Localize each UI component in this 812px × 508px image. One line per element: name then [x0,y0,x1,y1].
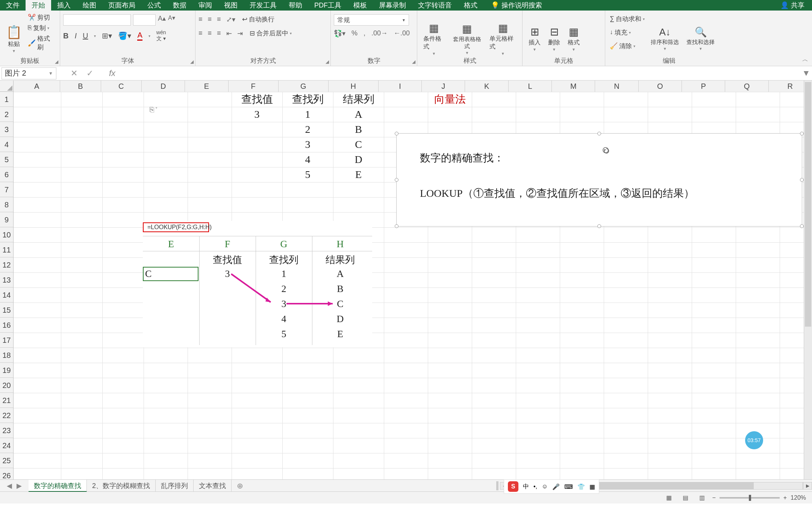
fill-color-button[interactable]: 🪣▾ [118,31,131,40]
align-center-icon[interactable]: ≡ [208,29,212,37]
resize-handle-e[interactable] [800,178,804,182]
sogou-icon[interactable]: S [508,481,518,492]
name-box[interactable]: 图片 2 ▼ [2,67,56,79]
decrease-font-icon[interactable]: A▾ [168,14,175,26]
tab-review[interactable]: 审阅 [192,0,218,11]
increase-decimal-icon[interactable]: .00→ [371,29,388,38]
ime-keyboard-icon[interactable]: ⌨ [564,483,573,490]
font-dialog-icon[interactable]: ◢ [190,59,194,64]
col-header-C[interactable]: C [101,81,142,92]
collapse-ribbon-icon[interactable]: ︿ [802,56,808,64]
cell-G5[interactable]: 4 [282,152,333,167]
row-header-8[interactable]: 8 [0,197,13,212]
sheet-tab-1[interactable]: 数字的精确查找 [29,480,87,492]
vertical-scrollbar[interactable] [804,81,812,479]
sheet-next-icon[interactable]: ▶ [17,482,22,490]
page-layout-view-icon[interactable]: ▤ [679,493,692,502]
share-button[interactable]: 👤 共享 [780,1,804,10]
row-header-1[interactable]: 1 [0,92,13,107]
row-header-21[interactable]: 21 [0,393,13,408]
sheet-tab-4[interactable]: 文本查找 [194,480,232,492]
row-header-9[interactable]: 9 [0,212,13,227]
row-header-11[interactable]: 11 [0,242,13,257]
normal-view-icon[interactable]: ▦ [662,493,675,502]
clear-button[interactable]: 🧹清除▾ [608,41,646,51]
resize-handle-sw[interactable] [395,224,398,228]
cell-H2[interactable]: A [333,107,384,122]
row-header-16[interactable]: 16 [0,318,13,333]
formula-input[interactable] [115,67,801,79]
tab-developer[interactable]: 开发工具 [244,0,283,11]
cell-H6[interactable]: E [333,167,384,182]
row-header-14[interactable]: 14 [0,287,13,303]
hscroll-right-icon[interactable]: ▶ [803,482,812,490]
indent-decrease-icon[interactable]: ⇤ [226,29,232,38]
row-header-25[interactable]: 25 [0,453,13,468]
col-header-J[interactable]: J [422,81,465,92]
row-header-2[interactable]: 2 [0,107,13,122]
recording-badge[interactable]: 03:57 [745,431,763,449]
sheet-nav[interactable]: ◀▶ [0,482,29,490]
cancel-formula-icon[interactable]: ✕ [71,68,77,78]
col-header-A[interactable]: A [14,81,60,92]
row-header-13[interactable]: 13 [0,272,13,287]
paste-options-icon[interactable]: ⎘⁺ [150,105,159,114]
expand-formula-icon[interactable]: ⯆ [801,70,812,77]
align-middle-icon[interactable]: ≡ [208,15,212,23]
resize-handle-nw[interactable] [395,132,398,135]
cell-H5[interactable]: D [333,152,384,167]
row-header-20[interactable]: 20 [0,378,13,393]
align-right-icon[interactable]: ≡ [217,29,221,37]
tab-file[interactable]: 文件 [0,0,26,11]
row-header-22[interactable]: 22 [0,408,13,423]
row-header-3[interactable]: 3 [0,122,13,137]
accept-formula-icon[interactable]: ✓ [86,68,93,78]
tab-view[interactable]: 视图 [218,0,244,11]
row-header-4[interactable]: 4 [0,137,13,152]
tab-data[interactable]: 数据 [167,0,192,11]
autosum-button[interactable]: ∑自动求和▾ [608,14,646,24]
tell-me-search[interactable]: 💡 操作说明搜索 [491,1,542,10]
resize-handle-w[interactable] [395,178,398,182]
col-header-G[interactable]: G [279,81,329,92]
zoom-slider[interactable] [720,497,780,499]
row-header-19[interactable]: 19 [0,363,13,378]
row-header-26[interactable]: 26 [0,468,13,479]
zoom-in-icon[interactable]: + [783,494,787,501]
col-header-K[interactable]: K [465,81,508,92]
cell-G4[interactable]: 3 [282,137,333,152]
wrap-text-button[interactable]: ↩自动换行 [241,14,276,24]
resize-handle-s[interactable] [597,224,601,228]
tab-pagelayout[interactable]: 页面布局 [102,0,141,11]
ime-voice-icon[interactable]: 🎤 [552,483,560,490]
decrease-decimal-icon[interactable]: ←.00 [394,29,410,38]
tab-help[interactable]: 帮助 [283,0,308,11]
tab-format[interactable]: 格式 [458,0,483,11]
tab-tts[interactable]: 文字转语音 [412,0,458,11]
font-family-select[interactable] [63,14,131,26]
increase-font-icon[interactable]: A▴ [158,14,166,26]
row-header-23[interactable]: 23 [0,423,13,438]
tab-template[interactable]: 模板 [347,0,373,11]
row-header-10[interactable]: 10 [0,227,13,242]
tab-home[interactable]: 开始 [26,0,51,11]
ime-lang[interactable]: 中 [523,483,529,491]
comma-icon[interactable]: , [364,29,365,38]
col-header-B[interactable]: B [60,81,101,92]
phonetic-button[interactable]: wén文 ▾ [156,29,166,42]
italic-button[interactable]: I [74,32,77,40]
col-header-E[interactable]: E [185,81,228,92]
cell-G2[interactable]: 1 [282,107,333,122]
col-header-I[interactable]: I [379,81,422,92]
cell-H4[interactable]: C [333,137,384,152]
merge-center-button[interactable]: ⊟合并后居中▾ [248,28,293,38]
cell-G6[interactable]: 5 [282,167,333,182]
percent-icon[interactable]: % [351,29,358,38]
fill-button[interactable]: ↓填充▾ [608,27,646,38]
col-header-D[interactable]: D [142,81,185,92]
col-header-H[interactable]: H [329,81,379,92]
alignment-dialog-icon[interactable]: ◢ [326,59,329,64]
tab-pdf[interactable]: PDF工具 [308,0,347,11]
underline-button[interactable]: U [83,32,88,40]
cell-G1[interactable]: 查找列 [282,92,333,107]
